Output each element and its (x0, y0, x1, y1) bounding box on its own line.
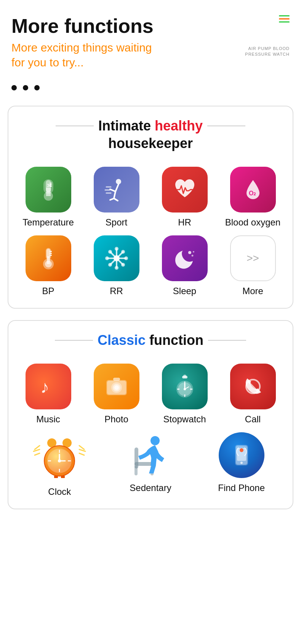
svg-rect-3 (46, 188, 51, 196)
hr-icon (171, 176, 198, 203)
sport-label: Sport (106, 217, 127, 228)
svg-rect-79 (54, 475, 58, 478)
classic-icons-row1: ♪ Music Photo (16, 364, 285, 425)
header: More functions More exciting things wait… (0, 0, 301, 77)
health-icon-blood-oxygen[interactable]: O₂ Blood oxygen (221, 167, 285, 228)
health-title-line: Intimate healthy (16, 118, 285, 134)
classic-section: Classic function ♪ Music (8, 320, 293, 509)
temperature-label: Temperature (22, 217, 74, 228)
health-icons-grid: 36 Temperature (16, 167, 285, 296)
sleep-label: Sleep (173, 286, 196, 296)
temperature-icon: 36 (35, 176, 62, 203)
call-icon-box (230, 364, 276, 409)
svg-line-13 (114, 198, 118, 201)
svg-point-40 (191, 255, 193, 257)
call-label: Call (245, 414, 261, 425)
svg-point-33 (105, 256, 109, 260)
svg-text:O₂: O₂ (249, 190, 256, 196)
find-phone-icon (228, 442, 255, 469)
health-section-header: Intimate healthy housekeeper (16, 118, 285, 151)
svg-point-31 (115, 247, 118, 251)
classic-title: Classic function (98, 332, 203, 348)
bp-icon-box (26, 235, 71, 281)
classic-icon-music[interactable]: ♪ Music (16, 364, 80, 425)
svg-rect-80 (61, 475, 65, 478)
blood-oxygen-label: Blood oxygen (225, 217, 280, 228)
svg-rect-48 (113, 378, 120, 381)
divider-left (56, 126, 94, 126)
svg-point-90 (240, 448, 243, 452)
svg-point-35 (108, 250, 112, 254)
classic-icon-photo[interactable]: Photo (84, 364, 149, 425)
svg-point-81 (150, 436, 160, 445)
music-icon-box: ♪ (26, 364, 71, 409)
clock-spark-left (33, 444, 40, 459)
stopwatch-icon (171, 373, 198, 400)
svg-point-47 (114, 385, 119, 390)
rr-icon (103, 245, 130, 272)
classic-icon-sedentary[interactable]: Sedentary (107, 432, 194, 497)
dot-3[interactable] (34, 85, 40, 90)
hr-icon-box (162, 167, 208, 213)
classic-icon-call[interactable]: Call (221, 364, 285, 425)
health-icon-more[interactable]: >> More (221, 235, 285, 296)
stopwatch-icon-box (162, 364, 208, 409)
health-icon-sport[interactable]: Sport (84, 167, 149, 228)
divider-right (207, 126, 245, 126)
photo-icon (103, 373, 130, 400)
clock-spark-right (78, 444, 86, 459)
menu-line-2 (279, 18, 290, 19)
health-icon-temperature[interactable]: 36 Temperature (16, 167, 80, 228)
sport-icon-box (94, 167, 139, 213)
dot-2[interactable] (23, 85, 28, 90)
health-icon-bp[interactable]: BP (16, 235, 80, 296)
more-arrows: >> (247, 252, 259, 264)
health-section: Intimate healthy housekeeper 36 Tem (8, 106, 293, 309)
svg-point-34 (124, 256, 128, 260)
hr-label: HR (178, 217, 191, 228)
svg-line-11 (114, 192, 115, 198)
sedentary-icon-box (128, 432, 173, 478)
classic-divider-right (208, 340, 246, 341)
menu-line-3 (279, 21, 290, 23)
temperature-icon-box: 36 (26, 167, 71, 213)
health-icon-rr[interactable]: RR (84, 235, 149, 296)
classic-icon-clock[interactable]: Clock (16, 432, 103, 497)
classic-icon-find-phone[interactable]: Find Phone (198, 432, 285, 497)
classic-title-line: Classic function (16, 332, 285, 348)
stopwatch-label: Stopwatch (163, 414, 206, 425)
classic-icon-stopwatch[interactable]: Stopwatch (152, 364, 217, 425)
classic-divider-left (55, 340, 93, 341)
photo-icon-box (94, 364, 139, 409)
health-icon-hr[interactable]: HR (152, 167, 217, 228)
svg-rect-84 (134, 466, 138, 475)
sport-icon (103, 176, 130, 203)
svg-text:36: 36 (47, 183, 51, 188)
music-icon: ♪ (35, 373, 62, 400)
pagination-dots (0, 77, 301, 94)
svg-point-36 (121, 263, 125, 267)
clock-icon (40, 436, 78, 478)
sedentary-icon (128, 432, 173, 478)
find-phone-label: Find Phone (218, 483, 265, 493)
svg-line-62 (35, 446, 40, 449)
blood-oxygen-icon-box: O₂ (230, 167, 276, 213)
menu-line-1 (279, 15, 290, 16)
brand-tag: AIR PUMP BLOOD PRESSURE WATCH (245, 46, 290, 58)
sleep-icon (171, 245, 198, 272)
health-icon-sleep[interactable]: Sleep (152, 235, 217, 296)
svg-line-64 (35, 453, 40, 455)
menu-button[interactable] (279, 15, 290, 23)
svg-point-39 (188, 251, 191, 254)
svg-line-67 (79, 453, 84, 455)
dot-1[interactable] (11, 85, 17, 90)
call-icon (240, 373, 266, 400)
svg-point-41 (193, 251, 194, 253)
svg-point-89 (240, 462, 243, 464)
clock-label: Clock (48, 486, 71, 497)
svg-point-59 (184, 388, 186, 390)
sedentary-label: Sedentary (130, 483, 171, 493)
svg-rect-22 (47, 256, 50, 264)
rr-icon-box (94, 235, 139, 281)
svg-point-78 (58, 459, 61, 462)
